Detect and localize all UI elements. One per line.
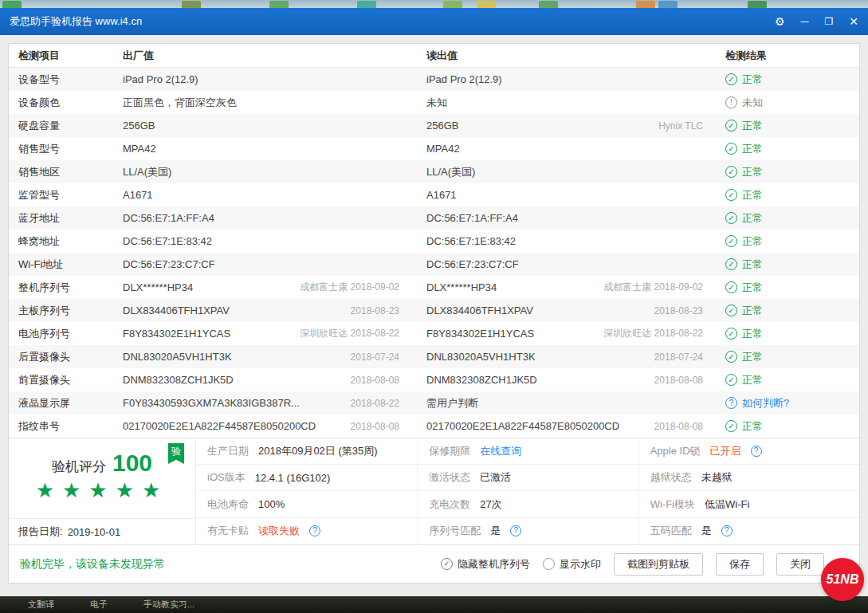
summary-cell-label: 激活状态	[429, 470, 470, 485]
summary-cell-value: 未越狱	[701, 470, 732, 485]
row-factory-cell: DC:56:E7:1A:FF:A4	[108, 212, 412, 224]
row-read-cell: MPA42	[412, 143, 716, 155]
help-question-icon[interactable]: ?	[510, 525, 521, 536]
factory-value: DLX******HP34	[123, 281, 193, 293]
read-value: A1671	[426, 189, 457, 201]
read-value: DC:56:E7:1A:FF:A4	[426, 212, 518, 224]
row-item-label: 主板序列号	[9, 304, 108, 318]
radio-checked-icon: ✓	[441, 558, 453, 570]
summary-cell: iOS版本 12.4.1 (16G102)	[196, 465, 417, 491]
maximize-button[interactable]: ❐	[825, 17, 834, 26]
read-value: DNL83020A5VH1HT3K	[426, 351, 536, 363]
close-report-button[interactable]: 关闭	[776, 553, 824, 576]
help-question-icon[interactable]: ?	[721, 525, 732, 536]
screenshot-to-clipboard-button[interactable]: 截图到剪贴板	[614, 553, 703, 576]
factory-value: DC:56:E7:1E:83:42	[123, 235, 212, 247]
star-icon: ★	[142, 478, 168, 502]
check-circle-icon: ✓	[725, 120, 737, 132]
read-value: F8Y834302E1H1YCAS	[426, 328, 534, 340]
star-icon: ★	[116, 478, 142, 502]
gear-icon[interactable]: ⚙	[775, 16, 785, 27]
row-read-cell: 需用户判断	[412, 396, 716, 411]
row-result-cell: ✓ 正常	[716, 188, 859, 202]
row-item-label: 整机序列号	[9, 281, 108, 295]
result-text[interactable]: 如何判断?	[742, 396, 789, 411]
row-read-cell: DNL83020A5VH1HT3K 2018-07-24	[412, 351, 716, 363]
factory-note: 2018-08-08	[351, 421, 399, 432]
score-box: 验机评分100 验 ★★★★★ 报告日期: 2019-10-01	[9, 438, 196, 544]
summary-cell-value: 2018年09月02日 (第35周)	[258, 444, 378, 458]
table-header-row: 检测项目 出厂值 读出值 检测结果	[9, 44, 859, 68]
result-text: 正常	[742, 327, 763, 341]
row-result-cell: ✓ 正常	[716, 373, 859, 387]
close-button[interactable]: ✕	[849, 16, 858, 27]
row-read-cell: iPad Pro 2(12.9)	[412, 73, 716, 85]
check-circle-icon: ✓	[725, 351, 737, 363]
hide-serial-label: 隐藏整机序列号	[458, 557, 530, 572]
read-value: 256GB	[426, 120, 458, 132]
summary-cell-label: 序列号匹配	[429, 524, 481, 538]
desktop-icon	[269, 1, 289, 8]
check-circle-icon: ✓	[725, 258, 737, 270]
row-read-cell: DLX834406TFH1XPAV 2018-08-23	[412, 305, 716, 316]
read-value: DC:56:E7:1E:83:42	[426, 235, 516, 247]
summary-cell: 有无卡贴 读取失败 ?	[196, 518, 417, 544]
window-title: 爱思助手验机报告 www.i4.cn	[10, 14, 142, 29]
factory-value: MPA42	[123, 143, 156, 155]
table-row: 蜂窝地址 DC:56:E7:1E:83:42 DC:56:E7:1E:83:42…	[9, 230, 859, 253]
row-item-label: 电池序列号	[9, 327, 108, 341]
summary-cell-value: 已激活	[480, 470, 511, 485]
check-circle-icon: ✓	[725, 281, 737, 293]
row-result-cell: ✓ 正常	[716, 234, 859, 249]
summary-cell: 生产日期 2018年09月02日 (第35周)	[196, 438, 417, 465]
table-row: 设备型号 iPad Pro 2(12.9) iPad Pro 2(12.9) ✓…	[9, 68, 859, 91]
desktop-top-strip	[0, 0, 868, 8]
question-circle-icon[interactable]: ?	[725, 397, 737, 409]
row-read-cell: 未知	[412, 96, 716, 110]
row-factory-cell: MPA42	[108, 143, 412, 155]
factory-value: iPad Pro 2(12.9)	[123, 73, 198, 85]
check-circle-icon: ✓	[725, 166, 737, 178]
row-read-cell: 02170020E2E1A822F44587E8050200CD 2018-08…	[412, 420, 716, 432]
factory-value: DNM832308ZCH1JK5D	[123, 374, 234, 386]
desktop-icon	[748, 1, 767, 8]
factory-value: F0Y83430593GXM7A3K83IGB387R...	[123, 397, 300, 409]
read-value: 02170020E2E1A822F44587E8050200CD	[426, 420, 619, 432]
taskbar-item: 文翻译	[28, 599, 54, 611]
check-circle-icon: ✓	[725, 374, 737, 386]
summary-cell-label: iOS版本	[207, 470, 245, 485]
save-button[interactable]: 保存	[716, 553, 764, 576]
summary-cell-value[interactable]: 在线查询	[480, 444, 521, 458]
summary-cell-label: Wi-Fi模块	[650, 497, 695, 512]
summary-cell-label: 电池寿命	[207, 497, 249, 512]
summary-cell: 越狱状态 未越狱	[638, 465, 859, 491]
help-question-icon[interactable]: ?	[309, 525, 320, 536]
radio-unchecked-icon	[543, 558, 555, 570]
hide-serial-option[interactable]: ✓ 隐藏整机序列号	[441, 557, 530, 572]
exclamation-circle-icon: !	[725, 96, 737, 108]
row-result-cell: ✓ 正常	[716, 257, 859, 272]
desktop-icon	[477, 1, 496, 8]
read-note: 成都富士康 2018-09-02	[603, 281, 703, 294]
row-item-label: 前置摄像头	[9, 373, 108, 387]
row-item-label: 液晶显示屏	[9, 396, 108, 411]
check-circle-icon: ✓	[725, 212, 737, 224]
window-controls: ⚙ ─ ❐ ✕	[775, 16, 858, 27]
screen: 爱思助手验机报告 www.i4.cn ⚙ ─ ❐ ✕ 检测项目 出厂值 读出值 …	[0, 0, 868, 613]
summary-cell: Wi-Fi模块 低温Wi-Fi	[638, 492, 859, 518]
help-question-icon[interactable]: ?	[751, 446, 762, 457]
row-read-cell: DC:56:E7:1E:83:42	[412, 235, 716, 247]
star-icon: ★	[62, 478, 88, 502]
factory-value: 正面黑色，背面深空灰色	[123, 96, 237, 110]
table-row: 监管型号 A1671 A1671 ✓ 正常	[9, 183, 859, 206]
minimize-button[interactable]: ─	[801, 16, 809, 27]
row-item-label: 监管型号	[9, 188, 108, 202]
summary-cell: 电池寿命 100%	[196, 492, 417, 518]
row-factory-cell: 正面黑色，背面深空灰色	[108, 96, 412, 110]
summary-section: 验机评分100 验 ★★★★★ 报告日期: 2019-10-01 生产日期 20…	[9, 438, 859, 544]
read-value: MPA42	[426, 143, 460, 155]
table-row: 前置摄像头 DNM832308ZCH1JK5D 2018-08-08 DNM83…	[9, 368, 859, 391]
show-watermark-option[interactable]: 显示水印	[543, 557, 601, 572]
table-row: 指纹串号 02170020E2E1A822F44587E8050200CD 20…	[9, 415, 859, 438]
row-result-cell: ✓ 正常	[716, 350, 859, 364]
